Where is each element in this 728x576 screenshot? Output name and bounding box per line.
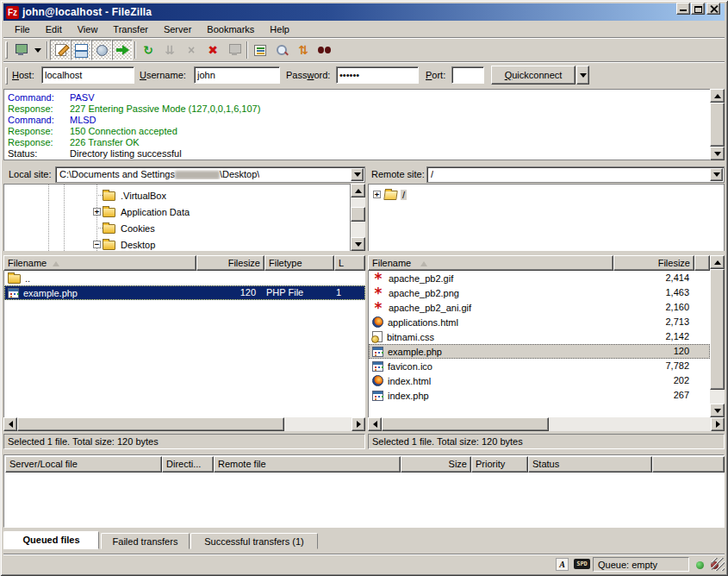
local-row-example-php[interactable]: example.php 120 PHP File 1 (4, 285, 365, 300)
scroll-right-button[interactable] (352, 417, 365, 431)
refresh-button[interactable]: ↻ (138, 40, 159, 60)
quickconnect-button[interactable]: Quickconnect (491, 66, 576, 85)
remote-row-selected[interactable]: example.php120 (369, 344, 710, 359)
host-input[interactable] (41, 66, 134, 84)
scroll-down-button[interactable] (351, 237, 365, 251)
column-header-remote-file[interactable]: Remote file (214, 456, 401, 473)
message-log[interactable]: Command:PASV Response:227 Entering Passi… (3, 89, 710, 160)
local-row-parent-dir[interactable]: .. (4, 271, 365, 285)
column-header-filename[interactable]: Filename (368, 255, 613, 271)
scroll-down-button[interactable] (710, 147, 725, 160)
remote-row[interactable]: *apache_pb2.gif2,414 (369, 271, 710, 285)
combo-dropdown-button[interactable] (351, 168, 364, 181)
port-input[interactable] (451, 66, 484, 84)
scroll-up-button[interactable] (710, 89, 725, 103)
column-header-direction[interactable]: Directi... (162, 456, 214, 473)
menu-view[interactable]: View (70, 22, 106, 36)
speed-limits-icon[interactable]: SPD (574, 559, 590, 569)
remote-row[interactable]: *apache_pb2.png1,463 (369, 285, 710, 300)
tree-item-desktop[interactable]: Desktop (103, 236, 157, 253)
tree-expander[interactable]: + (373, 191, 381, 198)
scroll-down-button[interactable] (710, 404, 725, 417)
local-site-combo[interactable]: C:\Documents and Settings\Desktop\ (55, 166, 365, 183)
log-scrollbar[interactable] (710, 89, 725, 160)
site-manager-dropdown[interactable] (32, 40, 43, 60)
site-manager-button[interactable] (10, 40, 31, 60)
column-header-filetype[interactable]: Filetype (264, 255, 334, 271)
menu-help[interactable]: Help (262, 22, 297, 36)
local-tree-scrollbar[interactable] (351, 184, 365, 251)
column-header-filesize[interactable]: Filesize (613, 255, 694, 271)
scroll-left-button[interactable] (3, 417, 17, 431)
password-input[interactable] (336, 66, 419, 84)
minimize-button[interactable] (676, 3, 690, 15)
scrollbar-thumb[interactable] (710, 269, 725, 390)
tree-expander[interactable]: − (93, 241, 101, 248)
remote-row[interactable]: index.php267 (369, 388, 710, 403)
close-button[interactable] (706, 3, 720, 15)
scroll-left-button[interactable] (368, 417, 382, 431)
menu-bookmarks[interactable]: Bookmarks (199, 22, 262, 36)
remote-directory-tree[interactable]: + / (368, 184, 725, 251)
reconnect-button[interactable] (224, 40, 245, 60)
disconnect-button[interactable]: ✖ (202, 40, 223, 60)
quickconnect-dropdown[interactable] (576, 66, 589, 85)
directory-comparison-button[interactable] (271, 40, 292, 60)
remote-file-list[interactable]: *apache_pb2.gif2,414 *apache_pb2.png1,46… (368, 271, 710, 417)
toggle-message-log-button[interactable] (50, 40, 71, 60)
scrollbar-thumb[interactable] (351, 207, 365, 222)
remote-site-combo[interactable]: / (426, 166, 725, 183)
column-header-priority[interactable]: Priority (471, 456, 528, 473)
column-header-filename[interactable]: Filename (3, 255, 196, 271)
transfer-queue[interactable]: Server/Local file Directi... Remote file… (3, 454, 725, 528)
combo-dropdown-button[interactable] (710, 168, 723, 181)
remote-list-scrollbar[interactable] (710, 255, 725, 417)
resize-grip[interactable] (712, 558, 725, 571)
synchronized-browsing-button[interactable]: ⇅ (293, 40, 314, 60)
tree-item-root[interactable]: / (384, 186, 407, 203)
column-header-lastmodified[interactable]: L (334, 255, 365, 271)
local-file-list[interactable]: .. example.php 120 PHP File 1 (3, 271, 365, 417)
tab-queued-files[interactable]: Queued files (3, 531, 99, 549)
remote-hscrollbar[interactable] (368, 417, 725, 431)
menu-server[interactable]: Server (156, 22, 199, 36)
directory-listing-filters-button[interactable] (250, 40, 271, 60)
menu-edit[interactable]: Edit (38, 22, 70, 36)
toggle-local-tree-button[interactable] (71, 40, 91, 60)
tree-item-virtualbox[interactable]: .VirtualBox (103, 187, 168, 203)
process-queue-button[interactable]: ⇊ (159, 40, 180, 60)
scrollbar-thumb[interactable] (382, 417, 549, 431)
local-hscrollbar[interactable] (3, 417, 365, 431)
scroll-up-button[interactable] (710, 255, 725, 269)
tree-item-application-data[interactable]: Application Data (103, 203, 191, 220)
tab-successful-transfers[interactable]: Successful transfers (1) (190, 533, 318, 549)
column-header-filesize[interactable]: Filesize (196, 255, 264, 271)
tab-failed-transfers[interactable]: Failed transfers (101, 533, 190, 549)
menu-file[interactable]: File (7, 22, 38, 36)
scrollbar-thumb[interactable] (710, 103, 725, 147)
tree-expander[interactable]: + (93, 208, 101, 216)
remote-row[interactable]: favicon.ico7,782 (369, 359, 710, 373)
scroll-right-button[interactable] (711, 417, 725, 431)
tree-item-cookies[interactable]: Cookies (103, 220, 157, 236)
quickconnect-gripper[interactable] (5, 67, 8, 85)
find-files-button[interactable] (314, 40, 335, 60)
toggle-remote-tree-button[interactable] (91, 40, 112, 60)
column-header-size[interactable]: Size (401, 456, 471, 473)
local-directory-tree[interactable]: .VirtualBox + Application Data Cookies −… (3, 184, 351, 251)
remote-row[interactable]: applications.html2,713 (369, 315, 710, 329)
toggle-transfer-queue-button[interactable] (112, 40, 133, 60)
column-header-status[interactable]: Status (528, 456, 652, 473)
username-input[interactable] (194, 66, 280, 84)
column-header-server-local-file[interactable]: Server/Local file (5, 456, 162, 473)
data-type-indicator-icon[interactable]: A (556, 558, 569, 571)
menu-transfer[interactable]: Transfer (105, 22, 156, 36)
maximize-button[interactable] (691, 3, 705, 15)
toolbar-gripper[interactable] (5, 41, 8, 59)
remote-row[interactable]: index.html202 (369, 373, 710, 388)
scrollbar-thumb[interactable] (17, 417, 284, 431)
remote-row[interactable]: *apache_pb2_ani.gif2,160 (369, 300, 710, 315)
remote-row[interactable]: bitnami.css2,142 (369, 329, 710, 344)
titlebar[interactable]: Fz john@localhost - FileZilla (3, 3, 725, 21)
cancel-operation-button[interactable]: × (181, 40, 202, 60)
